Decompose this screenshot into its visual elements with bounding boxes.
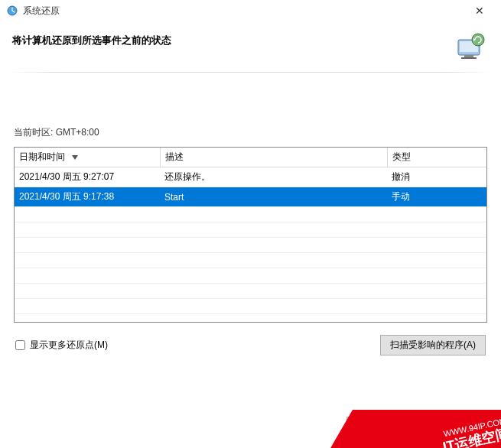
app-icon [6,5,18,17]
back-button[interactable]: < 上一步(B) [346,417,414,437]
cell-date: 2021/4/30 周五 9:27:07 [15,167,160,187]
header: 将计算机还原到所选事件之前的状态 [0,21,501,67]
cell-desc: 还原操作。 [160,167,387,187]
column-header-type-label: 类型 [392,151,411,162]
table-row[interactable]: 2021/4/30 周五 9:17:38 Start 手动 [15,187,486,207]
cell-type: 撤消 [387,167,486,187]
page-heading: 将计算机还原到所选事件之前的状态 [12,31,171,47]
scan-programs-button[interactable]: 扫描受影响的程序(A) [380,335,486,355]
column-header-date[interactable]: 日期和时间 [15,148,160,167]
svg-rect-3 [464,55,473,57]
titlebar: 系统还原 ✕ [0,0,501,21]
table-row[interactable]: 2021/4/30 周五 9:27:07 还原操作。 撤消 [15,167,486,187]
sort-descending-icon [72,151,78,162]
table-row-empty [15,253,486,268]
main-content: 当前时区: GMT+8:00 日期和时间 描述 [0,73,501,355]
restore-points-table: 日期和时间 描述 类型 2021/4/30 周五 9:27:07 [15,148,486,323]
show-more-label: 显示更多还原点(M) [30,339,108,352]
footer-buttons: < 上一步(B) 下 [346,417,487,437]
cell-desc: Start [160,187,387,207]
svg-rect-4 [461,57,477,59]
table-body: 2021/4/30 周五 9:27:07 还原操作。 撤消 2021/4/30 … [15,167,486,323]
cell-date: 2021/4/30 周五 9:17:38 [15,187,160,207]
table-row-empty [15,268,486,284]
restore-points-table-container: 日期和时间 描述 类型 2021/4/30 周五 9:27:07 [14,147,487,323]
column-header-description[interactable]: 描述 [160,148,387,167]
show-more-checkbox[interactable] [15,340,25,350]
next-button[interactable]: 下 [420,417,487,437]
below-table-row: 显示更多还原点(M) 扫描受影响的程序(A) [14,335,487,355]
show-more-checkbox-wrap[interactable]: 显示更多还原点(M) [15,339,108,352]
table-row-empty [15,314,486,323]
table-header-row: 日期和时间 描述 类型 [15,148,486,167]
column-header-date-label: 日期和时间 [19,151,65,162]
table-row-empty [15,284,486,299]
column-header-desc-label: 描述 [165,151,184,162]
window-title: 系统还原 [23,5,464,18]
close-icon: ✕ [475,5,484,17]
timezone-label: 当前时区: GMT+8:00 [14,126,487,139]
system-restore-icon [452,31,489,61]
table-row-empty [15,207,486,222]
column-header-type[interactable]: 类型 [387,148,486,167]
table-row-empty [15,238,486,253]
table-row-empty [15,299,486,314]
cell-type: 手动 [387,187,486,207]
close-button[interactable]: ✕ [464,2,495,20]
table-row-empty [15,222,486,238]
svg-marker-7 [72,155,78,160]
